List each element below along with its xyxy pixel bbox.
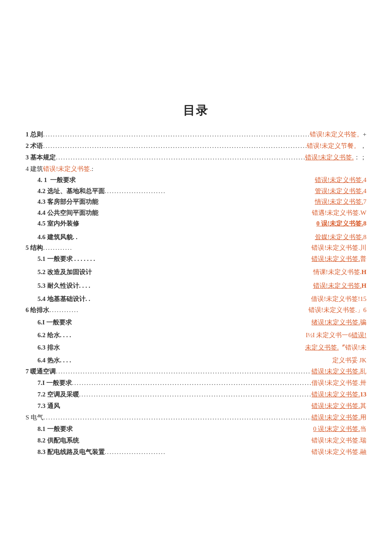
toc-section-4-body: 4. 1 一般要求 4.2 选址、基地和总平面 4.3 客房部分平面功能 4.4… [26,175,366,243]
toc-label: 2 术语 [26,140,43,152]
toc-sub-7-2: 7.2 空调及采暖 错误!未定义书签.13 [26,389,366,400]
leader-dots [105,186,191,197]
toc-ref: 错误!未定义书签。+ [310,129,366,140]
leader-dots [43,412,311,423]
toc-sub-4-6: 4.6 建筑风貌. . [37,232,191,243]
leader-dots [43,129,309,140]
toc-entry-7: 7 暖通空调 错误!未定义书签.乱 [26,366,366,377]
toc-sub-7-1: 7.I 一般要求 借误!未定义书签.卅 [26,377,366,389]
toc-sub-5-1: 5.1 一般要求 . . . . . . . [26,254,179,265]
toc-entry-s: S 电气 错误!未定义书签.用 [26,412,366,423]
toc-section-5: 5 结构 5.1 一般要求 . . . . . . . 5.2 改造及加固设计 … [26,243,366,305]
toc-sub-4-2: 4.2 选址、基地和总平面 [37,186,191,197]
toc-label: 3 基本规定 [26,152,56,163]
toc-sub-5-3: 5.3 耐久性设计. . . . [26,280,179,292]
toc-sub-6-3: 6.3 排水 [26,342,179,353]
toc-ref: 错误!未定义书签.：； [305,152,366,163]
leader-dots [43,140,307,152]
toc-label: 4 建筑错误!未定义书签.: [26,163,93,175]
toc-title: 目录 [26,102,366,119]
toc-ref: 错误!未定义节餐。， [307,140,366,152]
toc-section-6: 6 给排水 6.I 一般要求 6.2 给水. . . . 6.3 排水 6.4 … [26,305,366,366]
toc-sub-8-3: 8.3 配电线路及电气装置 错误!未定义书签.融 [26,446,366,458]
leader-dots [79,389,312,400]
toc-entry-6: 6 给排水 [26,305,179,316]
leader-dots [105,446,239,458]
toc-left-col: 5 结构 5.1 一般要求 . . . . . . . 5.2 改造及加固设计 … [26,243,179,305]
toc-sub-6-2: 6.2 给水. . . . [26,330,179,341]
toc-label: S 电气 [26,412,43,423]
toc-left-col: 6 给排水 6.I 一般要求 6.2 给水. . . . 6.3 排水 6.4 … [26,305,179,366]
toc-sub-4-5: 4.5 室内外装修 [37,218,191,229]
toc-sub-5-4: 5.4 地基基础设计. . [26,294,179,305]
toc-label: 7 暖通空调 [26,366,56,377]
toc-ref: 错误!未定义书签.用 [311,412,366,423]
toc-sub-8-2: 8.2 供配电系统 错误!未定义书签.瑞 [26,435,366,446]
toc-entry-5: 5 结构 [26,243,179,254]
toc-right-col: 错误!未定义书签.」6 绪误!末定义书签. 骗 I½I 未定义书一6 错误! 未… [179,305,366,366]
leader-dots [72,377,311,389]
toc-entry-3: 3 基本规定 错误!未定义书签.：； [26,152,366,163]
toc-sub-6-1: 6.I 一般要求 [26,317,179,328]
toc-sub-4-1: 4. 1 一般要求 [37,175,191,186]
toc-entry-1: 1 总则 错误!未定义书签。+ [26,129,366,140]
toc-left-col: 4. 1 一般要求 4.2 选址、基地和总平面 4.3 客房部分平面功能 4.4… [26,175,191,243]
toc-right-col: 错误!未定义书签.4 管误!未定义书签.4 情误!未定义书签.7 错遇!未定义书… [191,175,366,243]
toc-ref: 错误!未定义书签.乱 [311,366,366,377]
toc-sub-7-3: 7.3 通风 错误!未定义书签.其 [26,400,366,412]
leader-dots [56,152,305,163]
toc-sub-4-4: 4.4 公共空间平面功能 [37,208,191,219]
toc-sub-6-4: 6.4 热水. . . . [26,355,179,366]
toc-entry-4: 4 建筑错误!未定义书签.: [26,163,366,175]
toc-entry-2: 2 术语 错误!未定义节餐。， [26,140,366,152]
toc-sub-5-2: 5.2 改造及加固设计 [26,267,179,278]
toc-label: 1 总则 [26,129,43,140]
document-page: 目录 1 总则 错误!未定义书签。+ 2 术语 错误!未定义节餐。， 3 基本规… [0,0,392,555]
toc-sub-8-1: 8.1 一般要求 0 误!末定义书签.当 [26,423,366,435]
toc-right-col: 错误!未定义书签.川 错误!未定义书签.普 情课!未定义书签.H 错误!未定义书… [179,243,366,305]
toc-sub-4-3: 4.3 客房部分平面功能 [37,197,191,208]
leader-dots [56,366,311,377]
